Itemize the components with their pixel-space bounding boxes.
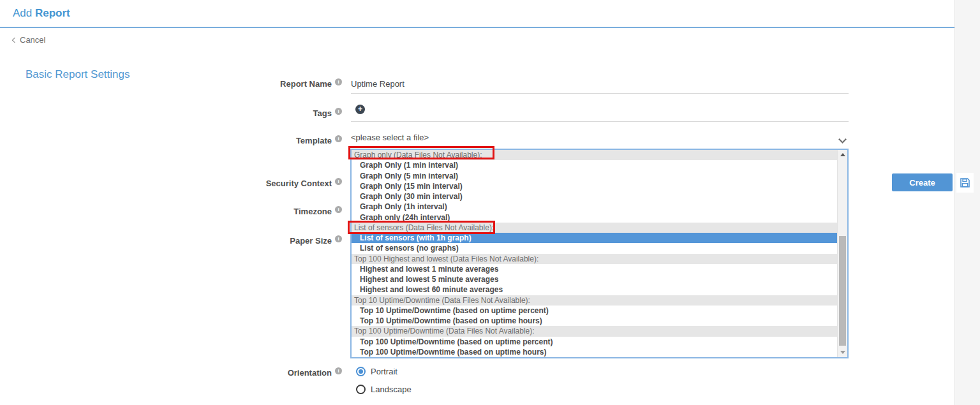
template-option[interactable]: Highest and lowest 5 minute averages [352,274,837,284]
template-group-header: Top 100 Uptime/Downtime (Data Files Not … [352,326,837,336]
template-option[interactable]: Graph Only (15 min interval) [352,181,837,191]
radio-portrait-label: Portrait [371,367,397,376]
radio-landscape-label: Landscape [371,385,412,394]
timezone-label-text: Timezone [293,207,332,216]
right-gutter [954,0,980,405]
report-name-label-text: Report Name [280,79,332,89]
template-option[interactable]: List of sensors (with 1h graph) [352,233,837,243]
tags-label-text: Tags [313,108,332,118]
save-button[interactable] [956,173,974,193]
orientation-label: Orientation i [179,368,342,378]
cancel-label: Cancel [20,35,45,45]
template-option[interactable]: Highest and lowest 1 minute averages [352,264,837,274]
report-name-input[interactable]: Uptime Report [351,79,405,89]
scrollbar-thumb[interactable] [839,236,846,346]
orientation-label-text: Orientation [288,368,332,378]
chevron-down-icon[interactable] [838,135,847,144]
template-option[interactable]: Graph Only (5 min interval) [352,171,837,181]
info-icon[interactable]: i [335,235,342,242]
floppy-disk-icon [960,178,970,188]
report-name-underline [351,93,849,94]
template-option[interactable]: Highest and lowest 60 minute averages [352,284,837,295]
paper-size-label-text: Paper Size [290,236,332,246]
template-label: Template i [179,136,342,145]
template-option[interactable]: Graph Only (30 min interval) [352,191,837,202]
info-icon[interactable]: i [335,135,342,142]
section-title: Basic Report Settings [26,68,130,81]
tags-label: Tags i [179,108,342,118]
create-button[interactable]: Create [892,173,953,191]
template-dropdown-panel: Graph only (Data Files Not Available):Gr… [350,149,849,358]
template-option[interactable]: Top 10 Uptime/Downtime (based on uptime … [352,306,837,316]
info-icon[interactable]: i [335,78,342,85]
info-icon[interactable]: i [335,108,342,115]
chevron-left-icon [12,37,17,42]
security-context-label-text: Security Context [266,179,332,188]
add-tag-button[interactable]: + [355,105,365,114]
radio-portrait[interactable]: Portrait [356,367,397,376]
info-icon[interactable]: i [335,206,342,213]
template-option[interactable]: Top 100 Uptime/Downtime (based on uptime… [352,347,837,357]
report-name-label: Report Name i [179,79,342,89]
security-context-label: Security Context i [179,179,342,188]
tags-underline [351,121,849,122]
scroll-up-arrow-icon[interactable] [840,153,845,156]
radio-unselected-icon[interactable] [356,385,366,394]
dropdown-scrollbar[interactable] [837,150,847,357]
info-icon[interactable]: i [335,178,342,185]
template-group-header: List of sensors (Data Files Not Availabl… [352,223,837,233]
template-listbox: Graph only (Data Files Not Available):Gr… [352,150,837,357]
template-label-text: Template [296,136,332,145]
page-title-prefix: Add [13,7,32,19]
template-select-value[interactable]: <please select a file> [351,133,429,142]
paper-size-label: Paper Size i [179,236,342,246]
template-group-header: Graph only (Data Files Not Available): [352,150,837,160]
info-icon[interactable]: i [335,367,342,374]
template-option[interactable]: Graph Only (1 min interval) [352,160,837,170]
template-option[interactable]: Graph Only (1h interval) [352,202,837,212]
template-group-header: Top 100 Highest and lowest (Data Files N… [352,254,837,264]
template-option[interactable]: Graph only (24h interval) [352,212,837,223]
template-option[interactable]: Top 10 Uptime/Downtime (based on uptime … [352,316,837,326]
radio-selected-icon[interactable] [356,367,366,376]
template-option[interactable]: Top 100 Uptime/Downtime (based on uptime… [352,337,837,347]
radio-landscape[interactable]: Landscape [356,385,412,394]
cancel-button[interactable]: Cancel [13,35,45,45]
page-title-object: Report [35,7,70,19]
template-group-header: Top 10 Uptime/Downtime (Data Files Not A… [352,295,837,306]
page-header: Add Report [0,0,954,28]
page-title: Add Report [13,7,70,20]
timezone-label: Timezone i [179,207,342,216]
template-option[interactable]: List of sensors (no graphs) [352,243,837,253]
scroll-down-arrow-icon[interactable] [840,351,845,354]
